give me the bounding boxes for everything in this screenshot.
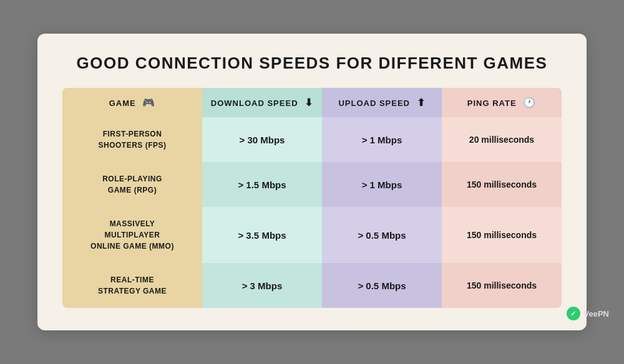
table-header-row: GAME 🎮 DOWNLOAD SPEED ⬇ UPLOAD SPEED ⬆ P… <box>62 88 562 117</box>
col-header-upload: UPLOAD SPEED ⬆ <box>322 88 442 117</box>
speeds-table: GAME 🎮 DOWNLOAD SPEED ⬇ UPLOAD SPEED ⬆ P… <box>62 88 562 308</box>
col-header-ping: PING RATE 🕐 <box>442 88 562 117</box>
clock-icon: 🕐 <box>523 97 536 108</box>
download-icon: ⬇ <box>305 97 313 108</box>
cell-ping: 20 milliseconds <box>442 117 562 162</box>
cell-upload: > 1 Mbps <box>322 162 442 207</box>
table-row: FIRST-PERSONSHOOTERS (FPS)> 30 Mbps> 1 M… <box>62 117 562 162</box>
page-title: GOOD CONNECTION SPEEDS FOR DIFFERENT GAM… <box>62 54 562 73</box>
table-row: ROLE-PLAYINGGAME (RPG)> 1.5 Mbps> 1 Mbps… <box>62 162 562 207</box>
cell-download: > 1.5 Mbps <box>202 162 322 207</box>
logo-area: ✓ VeePN <box>567 307 609 320</box>
upload-icon: ⬆ <box>417 97 426 108</box>
cell-upload: > 0.5 Mbps <box>322 263 442 308</box>
cell-ping: 150 milliseconds <box>442 263 562 308</box>
table-row: MASSIVELYMULTIPLAYERONLINE GAME (MMO)> 3… <box>62 207 562 263</box>
cell-ping: 150 milliseconds <box>442 162 562 207</box>
game-icon: 🎮 <box>142 97 155 108</box>
table-row: REAL-TIMESTRATEGY GAME> 3 Mbps> 0.5 Mbps… <box>62 263 562 308</box>
cell-game: REAL-TIMESTRATEGY GAME <box>62 263 202 308</box>
col-header-download: DOWNLOAD SPEED ⬇ <box>202 88 322 117</box>
info-card: GOOD CONNECTION SPEEDS FOR DIFFERENT GAM… <box>37 34 587 330</box>
cell-download: > 30 Mbps <box>202 117 322 162</box>
cell-game: ROLE-PLAYINGGAME (RPG) <box>62 162 202 207</box>
col-header-game: GAME 🎮 <box>62 88 202 117</box>
cell-download: > 3.5 Mbps <box>202 207 322 263</box>
cell-ping: 150 milliseconds <box>442 207 562 263</box>
cell-upload: > 0.5 Mbps <box>322 207 442 263</box>
logo-text: VeePN <box>584 309 609 318</box>
veepn-logo-icon: ✓ <box>567 307 580 320</box>
cell-game: MASSIVELYMULTIPLAYERONLINE GAME (MMO) <box>62 207 202 263</box>
cell-game: FIRST-PERSONSHOOTERS (FPS) <box>62 117 202 162</box>
cell-download: > 3 Mbps <box>202 263 322 308</box>
cell-upload: > 1 Mbps <box>322 117 442 162</box>
